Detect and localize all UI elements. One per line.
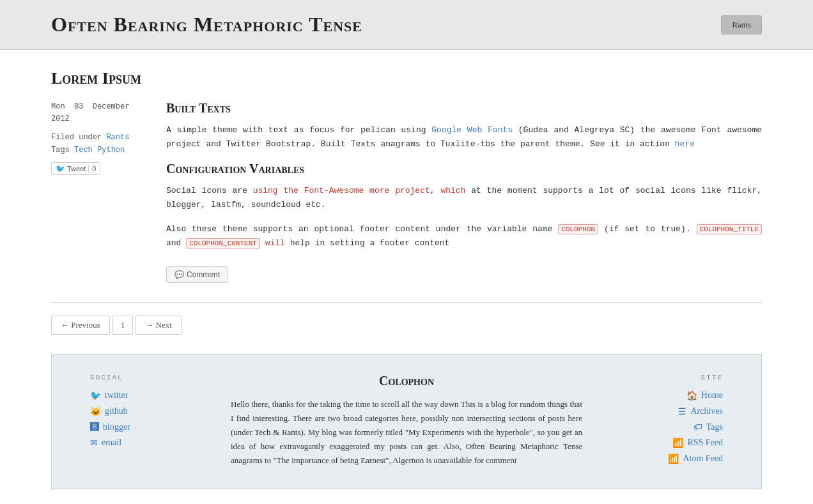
prev-button[interactable]: ← Previous <box>51 316 110 335</box>
config-para-1: Social icons are using the Font-Awesome … <box>166 184 762 212</box>
home-icon: 🏠 <box>686 390 697 401</box>
pagination: ← Previous 1 → Next <box>51 316 762 335</box>
colophon-title-code: COLOPHON_TITLE <box>697 224 762 234</box>
social-heading: Social <box>90 374 218 381</box>
email-icon: ✉ <box>90 438 98 448</box>
will-link[interactable]: will <box>265 238 285 248</box>
home-label: Home <box>701 390 723 401</box>
post-sidebar: Mon 03 December2012 Filed under Rants Ta… <box>51 101 147 283</box>
article-content: Built Texts A simple theme with text as … <box>166 101 762 283</box>
built-texts-para: A simple theme with text as focus for pe… <box>166 123 762 151</box>
comment-icon: 💬 <box>174 270 184 279</box>
filed-under: Filed under Rants <box>51 133 147 142</box>
twitter-link[interactable]: 🐦 twitter <box>90 390 218 401</box>
post-date: Mon 03 December2012 <box>51 101 147 125</box>
archives-icon: ☰ <box>678 406 686 417</box>
tag-tech[interactable]: Tech <box>74 146 93 155</box>
tags-label: Tags <box>51 146 70 155</box>
colophon-content-code: COLOPHON_CONTENT <box>186 238 260 248</box>
site-title: Often Bearing Metaphoric Tense <box>51 13 362 36</box>
filed-under-link[interactable]: Rants <box>106 133 129 142</box>
twitter-icon: 🐦 <box>90 390 101 401</box>
rants-button[interactable]: Rants <box>721 15 762 34</box>
blogger-label: blogger <box>103 422 130 432</box>
filed-under-label: Filed under <box>51 133 102 142</box>
footer: Social 🐦 twitter 🐱 github 🅱 blogger ✉ em… <box>51 354 762 489</box>
site-header: Often Bearing Metaphoric Tense Rants <box>0 0 813 50</box>
which-link[interactable]: which <box>440 186 465 195</box>
blogger-icon: 🅱 <box>90 422 99 432</box>
colophon-text: Hello there, thanks for the taking the t… <box>231 397 582 468</box>
tweet-label: Tweet <box>67 165 86 172</box>
rss-feed-link[interactable]: 📶 RSS Feed <box>595 438 723 448</box>
colophon-title: Colophon <box>231 374 582 388</box>
section-title-built-texts: Built Texts <box>166 101 762 116</box>
github-icon: 🐱 <box>90 406 101 417</box>
next-button[interactable]: → Next <box>136 316 182 335</box>
comment-button[interactable]: 💬 Comment <box>166 266 228 283</box>
archives-label: Archives <box>690 406 723 416</box>
colophon-code: COLOPHON <box>558 224 598 234</box>
archives-link[interactable]: ☰ Archives <box>595 406 723 417</box>
site-heading: Site <box>595 374 723 381</box>
footer-social: Social 🐦 twitter 🐱 github 🅱 blogger ✉ em… <box>90 374 218 470</box>
footer-colophon: Colophon Hello there, thanks for the tak… <box>231 374 582 470</box>
twitter-label: twitter <box>105 390 128 401</box>
tags-line: Tags Tech Python <box>51 146 147 155</box>
tags-link[interactable]: 🏷 Tags <box>595 422 723 432</box>
email-label: email <box>102 438 121 448</box>
tweet-widget: 🐦 Tweet 0 <box>51 162 147 175</box>
google-web-fonts-link[interactable]: Google Web Fonts <box>431 125 513 135</box>
post-divider <box>51 302 762 303</box>
comment-label: Comment <box>187 270 220 279</box>
atom-label: Atom Feed <box>683 454 723 464</box>
atom-feed-link[interactable]: 📶 Atom Feed <box>595 454 723 464</box>
post-layout: Mon 03 December2012 Filed under Rants Ta… <box>51 101 762 283</box>
home-link[interactable]: 🏠 Home <box>595 390 723 401</box>
rss-label: RSS Feed <box>687 438 723 448</box>
using-link[interactable]: using the Font-Awesome more project <box>253 186 430 195</box>
github-link[interactable]: 🐱 github <box>90 406 218 417</box>
main-content: Lorem Ipsum Mon 03 December2012 Filed un… <box>0 50 813 504</box>
rss-icon: 📶 <box>672 438 683 448</box>
tags-icon: 🏷 <box>693 422 702 432</box>
email-link[interactable]: ✉ email <box>90 438 218 448</box>
section-title-config: Configuration Variables <box>166 162 762 176</box>
footer-site: Site 🏠 Home ☰ Archives 🏷 Tags 📶 RSS Feed… <box>595 374 723 470</box>
github-label: github <box>105 406 128 416</box>
post-title: Lorem Ipsum <box>51 69 762 88</box>
blogger-link[interactable]: 🅱 blogger <box>90 422 218 432</box>
config-para-2: Also these theme supports an optional fo… <box>166 222 762 250</box>
twitter-bird-icon: 🐦 <box>56 164 65 173</box>
tags-label-footer: Tags <box>706 422 723 432</box>
here-link[interactable]: here <box>675 139 695 149</box>
tweet-count: 0 <box>88 165 96 172</box>
tag-python[interactable]: Python <box>97 146 125 155</box>
tweet-button[interactable]: 🐦 Tweet 0 <box>51 162 100 175</box>
atom-icon: 📶 <box>668 454 679 464</box>
page-number: 1 <box>112 316 134 335</box>
